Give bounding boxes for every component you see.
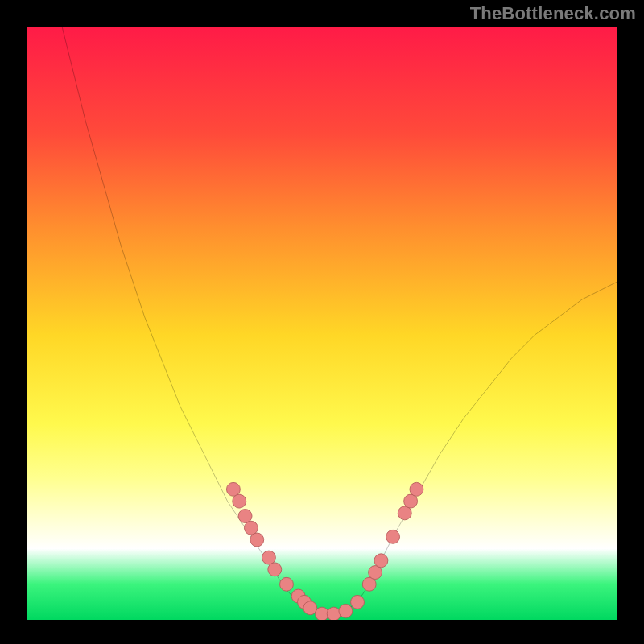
curve-path: [62, 27, 617, 614]
curve-marker: [339, 604, 353, 617]
bottleneck-curve: [27, 27, 617, 620]
curve-marker: [386, 530, 400, 543]
watermark-text: TheBottleneck.com: [470, 3, 636, 24]
curve-marker: [280, 577, 294, 591]
curve-marker: [398, 506, 411, 520]
curve-marker: [351, 595, 365, 609]
curve-marker: [404, 494, 418, 508]
curve-marker: [250, 533, 264, 547]
curve-marker: [238, 510, 252, 523]
curve-marker: [362, 577, 376, 591]
marker-group: [226, 482, 423, 620]
curve-marker: [226, 482, 240, 496]
curve-marker: [233, 494, 246, 508]
plot-area: [27, 27, 617, 620]
curve-marker: [268, 563, 282, 576]
curve-marker: [244, 521, 258, 535]
curve-marker: [410, 482, 423, 496]
curve-marker: [374, 554, 388, 568]
chart-frame: TheBottleneck.com: [0, 0, 644, 644]
curve-marker: [369, 566, 382, 580]
curve-marker: [327, 607, 341, 620]
curve-marker: [303, 601, 317, 615]
curve-marker: [262, 551, 275, 564]
